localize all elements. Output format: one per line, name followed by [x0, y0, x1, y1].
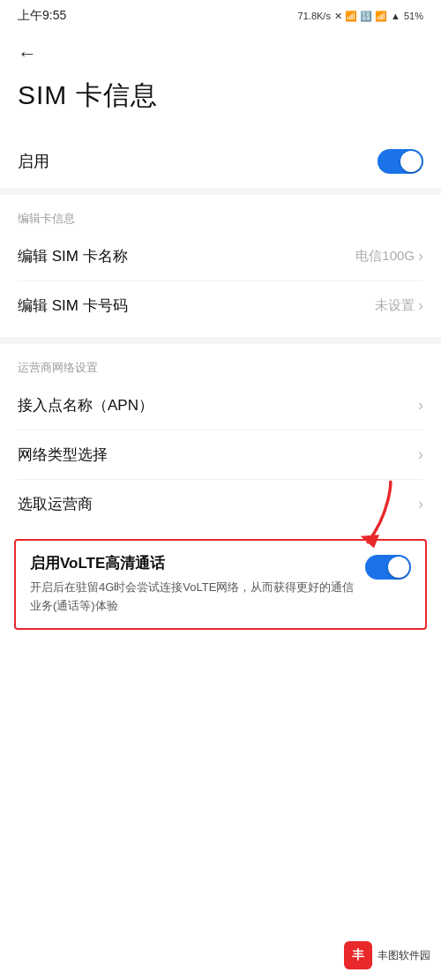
battery-icon: 51%: [404, 11, 423, 21]
network-type-right: ›: [418, 445, 423, 464]
edit-sim-number-value: 未设置: [375, 297, 415, 314]
section-separator-2: [0, 337, 441, 344]
edit-sim-number-label: 编辑 SIM 卡号码: [18, 295, 128, 316]
status-bar: 上午9:55 71.8K/s ✕ 📶 🔢 📶 ▲ 51%: [0, 0, 441, 32]
select-carrier-item[interactable]: 选取运营商 ›: [0, 480, 441, 528]
apn-label: 接入点名称（APN）: [18, 395, 153, 415]
volte-title: 启用VoLTE高清通话: [30, 553, 355, 573]
network-section: 运营商网络设置 接入点名称（APN） › 网络类型选择 › 选取运营商 ›: [0, 344, 441, 528]
volte-toggle[interactable]: [365, 555, 411, 580]
volte-content: 启用VoLTE高清通话 开启后在驻留4G时会尝试连接VoLTE网络，从而获得更好…: [30, 553, 365, 616]
back-arrow-icon: ←: [18, 42, 37, 64]
watermark-text: 丰图软件园: [377, 948, 430, 963]
section-separator-1: [0, 188, 441, 195]
watermark-logo: 丰: [344, 941, 372, 969]
network-type-label: 网络类型选择: [18, 445, 108, 465]
chevron-icon-4: ›: [418, 445, 423, 464]
network-type-item[interactable]: 网络类型选择 ›: [0, 430, 441, 479]
enable-label: 启用: [18, 151, 49, 172]
edit-sim-name-value: 电信100G: [355, 248, 415, 265]
watermark: 丰 丰图软件园: [344, 941, 430, 969]
apn-right: ›: [418, 396, 423, 415]
volte-description: 开启后在驻留4G时会尝试连接VoLTE网络，从而获得更好的通信业务(通话等)体验: [30, 579, 355, 616]
signal-icons: ✕ 📶 🔢 📶: [334, 11, 387, 22]
apn-item[interactable]: 接入点名称（APN） ›: [0, 381, 441, 430]
volte-toggle-wrap: [365, 553, 411, 580]
chevron-icon-5: ›: [418, 495, 423, 513]
edit-sim-number-item[interactable]: 编辑 SIM 卡号码 未设置 ›: [0, 281, 441, 330]
enable-row: 启用: [0, 135, 441, 188]
wifi-icon: ▲: [391, 11, 400, 21]
chevron-icon-1: ›: [418, 247, 423, 266]
select-carrier-container: 选取运营商 ›: [0, 480, 441, 528]
edit-sim-number-right: 未设置 ›: [375, 296, 423, 315]
select-carrier-right: ›: [418, 495, 423, 513]
volte-section: 启用VoLTE高清通话 开启后在驻留4G时会尝试连接VoLTE网络，从而获得更好…: [14, 539, 427, 630]
network-section-header: 运营商网络设置: [0, 344, 441, 381]
select-carrier-label: 选取运营商: [18, 494, 93, 514]
network-speed: 71.8K/s: [298, 11, 331, 21]
status-time: 上午9:55: [18, 8, 66, 24]
chevron-icon-3: ›: [418, 396, 423, 415]
edit-card-section: 编辑卡信息 编辑 SIM 卡名称 电信100G › 编辑 SIM 卡号码 未设置…: [0, 195, 441, 330]
edit-sim-name-right: 电信100G ›: [355, 247, 423, 266]
edit-sim-name-item[interactable]: 编辑 SIM 卡名称 电信100G ›: [0, 232, 441, 281]
chevron-icon-2: ›: [418, 296, 423, 315]
back-button[interactable]: ←: [0, 32, 441, 69]
watermark-logo-text: 丰: [352, 947, 364, 963]
status-icons: 71.8K/s ✕ 📶 🔢 📶 ▲ 51%: [298, 11, 423, 22]
enable-toggle[interactable]: [377, 149, 423, 174]
page-title: SIM 卡信息: [0, 69, 441, 135]
edit-sim-name-label: 编辑 SIM 卡名称: [18, 246, 128, 266]
edit-card-section-header: 编辑卡信息: [0, 195, 441, 232]
